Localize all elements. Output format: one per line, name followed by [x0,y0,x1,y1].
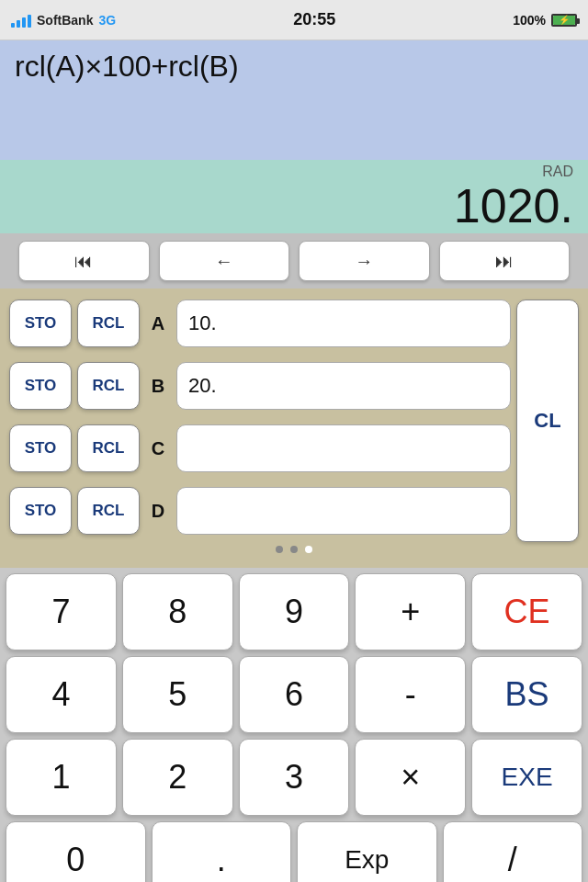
key-7[interactable]: 7 [6,573,117,650]
bar2 [17,20,20,28]
memory-area: STO RCL A 10. STO RCL B 20. STO RCL C ST [0,288,588,568]
key-9[interactable]: 9 [239,573,350,650]
rcl-c-button[interactable]: RCL [77,424,140,472]
sto-c-button[interactable]: STO [9,424,72,472]
expression-text: rcl(A)×100+rcl(B) [15,50,239,84]
cursor-right-button[interactable]: → [299,241,430,281]
mem-field-c[interactable] [176,424,511,472]
mem-field-a[interactable]: 10. [176,300,511,347]
status-left: SoftBank 3G [11,13,116,28]
memory-row-c: STO RCL C [9,424,511,472]
sto-d-button[interactable]: STO [9,487,72,535]
page-dots [9,542,579,560]
memory-row-b: STO RCL B 20. [9,362,511,410]
mem-label-d: D [145,501,171,522]
mem-label-c: C [145,438,171,459]
sto-b-button[interactable]: STO [9,362,72,410]
dot-1 [276,546,283,553]
battery-bolt: ⚡ [559,15,570,25]
key-row-1: 7 8 9 + CE [6,573,582,650]
key-minus[interactable]: - [355,656,466,733]
key-multiply[interactable]: × [355,739,466,816]
key-row-3: 1 2 3 × EXE [6,739,582,816]
key-6[interactable]: 6 [239,656,350,733]
result-area: RAD 1020. [0,160,588,233]
key-row-2: 4 5 6 - BS [6,656,582,733]
key-exe[interactable]: EXE [471,739,582,816]
cursor-left-button[interactable]: ← [159,241,290,281]
mem-field-d[interactable] [176,487,511,535]
battery-icon: ⚡ [551,14,577,27]
result-value: 1020. [454,182,573,230]
expression-area: rcl(A)×100+rcl(B) [0,40,588,160]
memory-row-d: STO RCL D [9,487,511,535]
mem-label-a: A [145,313,171,334]
network-label: 3G [98,13,116,28]
key-divide[interactable]: / [443,821,583,882]
rcl-b-button[interactable]: RCL [77,362,140,410]
bar4 [28,15,31,28]
keypad: 7 8 9 + CE 4 5 6 - BS 1 2 3 × EXE 0 . Ex… [0,568,588,882]
dot-3 [305,546,312,553]
key-0[interactable]: 0 [6,821,146,882]
key-plus[interactable]: + [355,573,466,650]
memory-row-a: STO RCL A 10. [9,300,511,347]
key-1[interactable]: 1 [6,739,117,816]
status-time: 20:55 [293,10,335,29]
key-row-4: 0 . Exp / [6,821,582,882]
mem-field-b[interactable]: 20. [176,362,511,410]
key-3[interactable]: 3 [239,739,350,816]
cl-button[interactable]: CL [516,300,579,542]
bar3 [22,17,26,28]
key-ce[interactable]: CE [471,573,582,650]
key-dot[interactable]: . [152,821,292,882]
key-5[interactable]: 5 [122,656,233,733]
mem-label-b: B [145,376,171,397]
signal-bars [11,13,31,28]
status-right: 100% ⚡ [513,13,577,28]
key-8[interactable]: 8 [122,573,233,650]
key-4[interactable]: 4 [6,656,117,733]
cursor-home-button[interactable]: ⏮ [18,241,150,281]
bar1 [11,23,15,28]
key-2[interactable]: 2 [122,739,233,816]
memory-rows: STO RCL A 10. STO RCL B 20. STO RCL C ST [9,300,511,542]
cursor-end-button[interactable]: ⏭ [439,241,571,281]
rad-label: RAD [542,164,573,180]
cursor-nav: ⏮ ← → ⏭ [0,233,588,288]
status-bar: SoftBank 3G 20:55 100% ⚡ [0,0,588,40]
dot-2 [290,546,298,553]
carrier-label: SoftBank [37,13,93,28]
key-bs[interactable]: BS [471,656,582,733]
sto-a-button[interactable]: STO [9,300,72,347]
rcl-d-button[interactable]: RCL [77,487,140,535]
battery-pct: 100% [513,13,546,28]
rcl-a-button[interactable]: RCL [77,300,140,347]
key-exp[interactable]: Exp [297,821,437,882]
